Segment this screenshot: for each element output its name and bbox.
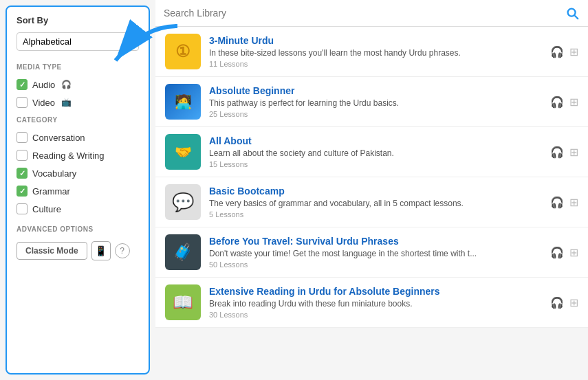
search-bar — [155, 0, 588, 27]
table-row: 🧳 Before You Travel: Survival Urdu Phras… — [155, 227, 588, 278]
course-desc: Learn all about the society and culture … — [209, 148, 542, 158]
course-thumbnail: 💬 — [165, 184, 201, 220]
video-label: Video — [32, 98, 55, 108]
course-actions: 🎧 ⊞ — [550, 246, 578, 259]
course-thumbnail: 📖 — [165, 284, 201, 320]
phone-icon: 📱 — [95, 245, 107, 256]
course-info: All About Learn all about the society an… — [209, 135, 542, 168]
audio-action-icon[interactable]: 🎧 — [550, 96, 564, 109]
course-thumbnail: ① — [165, 34, 201, 69]
course-title[interactable]: All About — [209, 135, 542, 146]
course-title[interactable]: 3-Minute Urdu — [209, 35, 542, 46]
vocabulary-label: Vocabulary — [32, 168, 76, 179]
conversation-label: Conversation — [32, 133, 85, 143]
bookmark-action-icon[interactable]: ⊞ — [569, 96, 578, 109]
headphone-icon: 🎧 — [61, 80, 72, 89]
table-row: 🧑‍💻 Absolute Beginner This pathway is pe… — [155, 77, 588, 127]
sort-select-wrapper[interactable]: Alphabetical By Level By Popularity ▼ — [17, 32, 139, 51]
video-icon: 📺 — [61, 98, 72, 107]
course-desc: Break into reading Urdu with these fun m… — [209, 299, 542, 309]
audio-filter-item[interactable]: Audio 🎧 — [17, 78, 139, 91]
phone-icon-button[interactable]: 📱 — [91, 241, 111, 260]
course-list: ① 3-Minute Urdu In these bite-sized less… — [155, 27, 588, 380]
course-lessons: 25 Lessons — [209, 110, 542, 118]
course-info: 3-Minute Urdu In these bite-sized lesson… — [209, 35, 542, 68]
question-mark-icon: ? — [120, 246, 124, 256]
video-checkbox[interactable] — [17, 97, 28, 108]
course-thumbnail: 🧑‍💻 — [165, 84, 201, 120]
course-lessons: 5 Lessons — [209, 210, 542, 219]
course-thumbnail: 🧳 — [165, 234, 201, 270]
category-label: CATEGORY — [17, 116, 139, 124]
course-actions: 🎧 ⊞ — [550, 296, 578, 309]
advanced-options-label: ADVANCED OPTIONS — [17, 225, 139, 233]
conversation-checkbox[interactable] — [17, 132, 28, 143]
bookmark-action-icon[interactable]: ⊞ — [569, 296, 578, 309]
audio-label: Audio — [32, 80, 55, 90]
table-row: 💬 Basic Bootcamp The very basics of gram… — [155, 177, 588, 227]
search-input[interactable] — [164, 8, 559, 19]
course-lessons: 11 Lessons — [209, 60, 542, 68]
course-thumbnail: 🤝 — [165, 134, 201, 170]
grammar-filter-item[interactable]: Grammar — [17, 184, 139, 198]
advanced-options-row: Classic Mode 📱 ? — [17, 241, 139, 260]
course-actions: 🎧 ⊞ — [550, 146, 578, 159]
table-row: 📖 Extensive Reading in Urdu for Absolute… — [155, 278, 588, 328]
help-button[interactable]: ? — [115, 243, 130, 258]
vocabulary-filter-item[interactable]: Vocabulary — [17, 166, 139, 180]
course-actions: 🎧 ⊞ — [550, 96, 578, 109]
reading-writing-filter-item[interactable]: Reading & Writing — [17, 148, 139, 162]
table-row: 🤝 All About Learn all about the society … — [155, 127, 588, 177]
sort-by-label: Sort By — [17, 15, 139, 25]
course-desc: The very basics of grammar and vocabular… — [209, 199, 542, 208]
culture-checkbox[interactable] — [17, 203, 28, 214]
audio-action-icon[interactable]: 🎧 — [550, 196, 564, 209]
search-button[interactable] — [565, 5, 580, 21]
culture-label: Culture — [32, 204, 61, 214]
audio-action-icon[interactable]: 🎧 — [550, 146, 564, 159]
course-title[interactable]: Extensive Reading in Urdu for Absolute B… — [209, 286, 542, 297]
course-title[interactable]: Basic Bootcamp — [209, 186, 542, 197]
video-filter-item[interactable]: Video 📺 — [17, 96, 139, 109]
course-info: Extensive Reading in Urdu for Absolute B… — [209, 286, 542, 319]
table-row: ① 3-Minute Urdu In these bite-sized less… — [155, 27, 588, 77]
course-info: Basic Bootcamp The very basics of gramma… — [209, 186, 542, 219]
conversation-filter-item[interactable]: Conversation — [17, 131, 139, 144]
course-title[interactable]: Before You Travel: Survival Urdu Phrases — [209, 236, 542, 247]
course-actions: 🎧 ⊞ — [550, 196, 578, 209]
media-type-label: MEDIA TYPE — [17, 63, 139, 71]
sidebar: Sort By Alphabetical By Level By Popular… — [6, 5, 150, 375]
reading-writing-label: Reading & Writing — [32, 150, 105, 161]
bookmark-action-icon[interactable]: ⊞ — [569, 146, 578, 159]
course-lessons: 50 Lessons — [209, 260, 542, 269]
course-actions: 🎧 ⊞ — [550, 45, 578, 58]
course-info: Absolute Beginner This pathway is perfec… — [209, 85, 542, 118]
search-icon — [565, 5, 580, 21]
course-title[interactable]: Absolute Beginner — [209, 85, 542, 96]
grammar-checkbox[interactable] — [17, 186, 28, 197]
grammar-label: Grammar — [32, 186, 70, 197]
bookmark-action-icon[interactable]: ⊞ — [569, 45, 578, 58]
bookmark-action-icon[interactable]: ⊞ — [569, 246, 578, 259]
course-desc: This pathway is perfect for learning the… — [209, 98, 542, 108]
reading-writing-checkbox[interactable] — [17, 150, 28, 161]
audio-action-icon[interactable]: 🎧 — [550, 296, 564, 309]
course-desc: Don't waste your time! Get the most lang… — [209, 249, 542, 258]
main-content: ① 3-Minute Urdu In these bite-sized less… — [155, 0, 588, 380]
audio-action-icon[interactable]: 🎧 — [550, 246, 564, 259]
bookmark-action-icon[interactable]: ⊞ — [569, 196, 578, 209]
audio-checkbox[interactable] — [17, 79, 28, 90]
sort-select[interactable]: Alphabetical By Level By Popularity — [17, 32, 139, 51]
course-info: Before You Travel: Survival Urdu Phrases… — [209, 236, 542, 269]
audio-action-icon[interactable]: 🎧 — [550, 45, 564, 58]
course-lessons: 30 Lessons — [209, 311, 542, 319]
classic-mode-button[interactable]: Classic Mode — [17, 242, 87, 260]
culture-filter-item[interactable]: Culture — [17, 202, 139, 216]
course-lessons: 15 Lessons — [209, 160, 542, 168]
vocabulary-checkbox[interactable] — [17, 168, 28, 179]
course-desc: In these bite-sized lessons you'll learn… — [209, 48, 542, 58]
